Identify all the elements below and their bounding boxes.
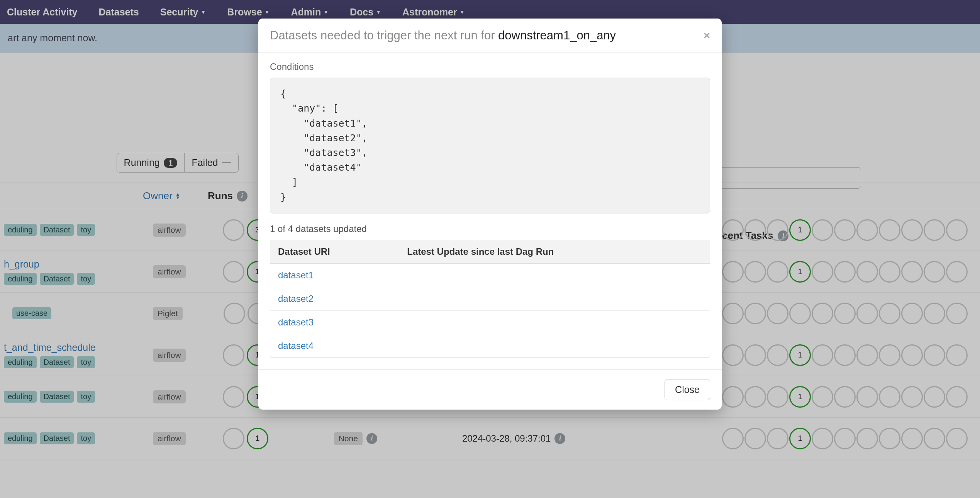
dataset-link[interactable]: dataset1: [278, 270, 314, 280]
modal-backdrop[interactable]: Datasets needed to trigger the next run …: [0, 0, 980, 498]
table-row: dataset2: [270, 287, 710, 311]
modal-footer: Close: [258, 369, 722, 410]
conditions-json: { "any": [ "dataset1", "dataset2", "data…: [270, 78, 710, 213]
latest-update-cell: [399, 311, 710, 334]
datasets-updated-status: 1 of 4 datasets updated: [270, 213, 710, 240]
col-latest-update: Latest Update since last Dag Run: [399, 240, 710, 264]
modal-body: Conditions { "any": [ "dataset1", "datas…: [258, 53, 722, 369]
table-row: dataset3: [270, 311, 710, 334]
dataset-link[interactable]: dataset2: [278, 293, 314, 304]
conditions-label: Conditions: [270, 61, 710, 72]
col-dataset-uri: Dataset URI: [270, 240, 399, 264]
dataset-modal: Datasets needed to trigger the next run …: [258, 19, 722, 410]
dataset-table: Dataset URI Latest Update since last Dag…: [270, 240, 710, 358]
dag-name: downstream1_on_any: [498, 29, 616, 42]
close-icon[interactable]: ×: [703, 29, 710, 42]
latest-update-cell: [399, 264, 710, 287]
latest-update-cell: [399, 334, 710, 357]
dataset-link[interactable]: dataset3: [278, 317, 314, 327]
table-row: dataset1: [270, 264, 710, 287]
latest-update-cell: [399, 287, 710, 311]
table-row: dataset4: [270, 334, 710, 357]
close-button[interactable]: Close: [665, 379, 710, 400]
modal-header: Datasets needed to trigger the next run …: [258, 19, 722, 53]
dataset-link[interactable]: dataset4: [278, 340, 314, 351]
modal-title: Datasets needed to trigger the next run …: [270, 29, 616, 42]
